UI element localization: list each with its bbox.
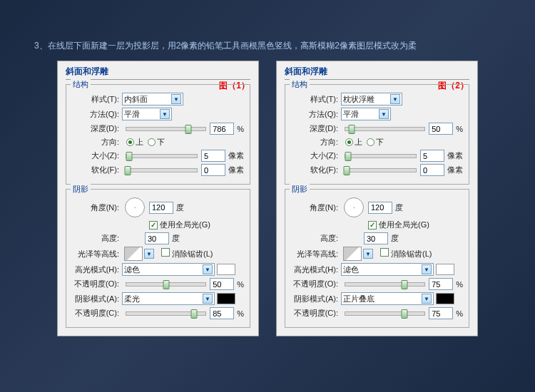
size-slider[interactable] — [126, 154, 198, 158]
opacity-label: 不透明度(O): — [290, 279, 341, 289]
gloss-contour[interactable] — [124, 247, 143, 261]
opacity-label: 不透明度(O): — [71, 279, 122, 289]
group-title: 结构 — [71, 79, 91, 90]
chevron-down-icon: ▼ — [379, 109, 389, 119]
shadow-group: 阴影 角度(N): · 度 ✓使用全局光(G) 高度: 度 光泽等高线: ▼ 消… — [285, 189, 469, 328]
opacity2-label: 不透明度(C): — [290, 308, 341, 319]
opacity2-input[interactable] — [429, 307, 453, 319]
panel-title: 斜面和浮雕 — [66, 66, 250, 80]
method-select[interactable]: 平滑▼ — [122, 108, 172, 120]
gloss-contour[interactable] — [343, 247, 362, 261]
angle-input[interactable] — [149, 202, 173, 214]
highlight-mode-select[interactable]: 滤色▼ — [122, 263, 215, 276]
depth-input[interactable] — [210, 123, 234, 135]
style-select[interactable]: 内斜面▼ — [122, 93, 183, 105]
bevel-panel-1: 斜面和浮雕 图（1） 结构 样式(T): 内斜面▼ 方法(Q): 平滑▼ 深度(… — [57, 61, 259, 336]
shadow-mode-label: 阴影模式(A): — [71, 294, 122, 304]
chevron-down-icon: ▼ — [422, 294, 432, 304]
style-label: 样式(T): — [290, 94, 341, 105]
group-title: 阴影 — [290, 184, 310, 195]
panel-title: 斜面和浮雕 — [285, 66, 469, 80]
opacity2-input[interactable] — [210, 307, 234, 319]
shadow-color-swatch[interactable] — [217, 293, 235, 304]
chevron-down-icon[interactable]: ▼ — [144, 249, 154, 259]
size-label: 大小(Z): — [71, 150, 122, 161]
antialias-check[interactable] — [161, 248, 170, 257]
altitude-label: 高度: — [71, 233, 122, 244]
angle-dial[interactable]: · — [344, 197, 364, 217]
altitude-input[interactable] — [145, 232, 169, 244]
structure-group: 结构 样式(T): 枕状浮雕▼ 方法(Q): 平滑▼ 深度(D): % 方向: … — [285, 84, 469, 185]
depth-label: 深度(D): — [71, 123, 122, 134]
soften-slider[interactable] — [345, 168, 417, 172]
soften-label: 软化(F): — [290, 165, 341, 175]
angle-label: 角度(N): — [71, 202, 122, 213]
shadow-group: 阴影 角度(N): · 度 ✓使用全局光(G) 高度: 度 光泽等高线: ▼ 消… — [66, 189, 250, 328]
highlight-mode-label: 高光模式(H): — [71, 264, 122, 275]
dir-up-radio[interactable] — [126, 138, 134, 146]
global-light-check[interactable]: ✓ — [149, 221, 158, 229]
method-label: 方法(Q): — [71, 109, 122, 120]
direction-label: 方向: — [290, 137, 341, 148]
depth-slider[interactable] — [345, 127, 425, 131]
opacity-input[interactable] — [210, 278, 234, 290]
structure-group: 结构 样式(T): 内斜面▼ 方法(Q): 平滑▼ 深度(D): % 方向: 上… — [66, 84, 250, 185]
opacity2-slider[interactable] — [126, 311, 206, 316]
size-label: 大小(Z): — [290, 150, 341, 161]
style-label: 样式(T): — [71, 94, 122, 105]
dir-down-radio[interactable] — [367, 138, 374, 146]
highlight-color-swatch[interactable] — [217, 264, 235, 275]
chevron-down-icon: ▼ — [203, 264, 213, 274]
chevron-down-icon: ▼ — [160, 109, 170, 119]
chevron-down-icon: ▼ — [203, 294, 213, 304]
gloss-label: 光泽等高线: — [71, 249, 122, 259]
chevron-down-icon: ▼ — [390, 94, 400, 104]
global-light-check[interactable]: ✓ — [368, 221, 377, 229]
soften-input[interactable] — [201, 164, 225, 176]
opacity-slider[interactable] — [126, 282, 206, 287]
gloss-label: 光泽等高线: — [290, 249, 341, 259]
dir-down-radio[interactable] — [148, 138, 156, 146]
instruction-text: 3、在线层下面新建一层为投影层，用2像素的铅笔工具画根黑色竖线，高斯模糊2像素图… — [0, 0, 535, 61]
dir-up-radio[interactable] — [345, 138, 353, 146]
group-title: 阴影 — [71, 184, 91, 195]
angle-dial[interactable]: · — [125, 197, 145, 217]
size-input[interactable] — [201, 150, 225, 162]
bevel-panel-2: 斜面和浮雕 图（2） 结构 样式(T): 枕状浮雕▼ 方法(Q): 平滑▼ 深度… — [276, 61, 478, 336]
depth-input[interactable] — [429, 123, 453, 135]
direction-label: 方向: — [71, 137, 122, 148]
size-slider[interactable] — [345, 154, 417, 158]
method-select[interactable]: 平滑▼ — [341, 108, 391, 120]
highlight-mode-select[interactable]: 滤色▼ — [341, 263, 434, 276]
shadow-mode-select[interactable]: 正片叠底▼ — [341, 292, 434, 305]
angle-input[interactable] — [368, 202, 392, 214]
opacity-input[interactable] — [429, 278, 453, 290]
shadow-color-swatch[interactable] — [436, 293, 454, 304]
highlight-mode-label: 高光模式(H): — [290, 264, 341, 275]
chevron-down-icon: ▼ — [422, 264, 432, 274]
shadow-mode-label: 阴影模式(A): — [290, 294, 341, 304]
chevron-down-icon[interactable]: ▼ — [363, 249, 373, 259]
soften-label: 软化(F): — [71, 165, 122, 175]
size-input[interactable] — [420, 150, 444, 162]
depth-slider[interactable] — [126, 127, 206, 131]
opacity2-label: 不透明度(C): — [71, 308, 122, 319]
altitude-label: 高度: — [290, 233, 341, 244]
shadow-mode-select[interactable]: 柔光▼ — [122, 292, 215, 305]
chevron-down-icon: ▼ — [171, 94, 181, 104]
depth-label: 深度(D): — [290, 123, 341, 134]
antialias-check[interactable] — [380, 248, 389, 257]
group-title: 结构 — [290, 79, 310, 90]
soften-input[interactable] — [420, 164, 444, 176]
method-label: 方法(Q): — [290, 109, 341, 120]
style-select[interactable]: 枕状浮雕▼ — [341, 93, 402, 105]
opacity2-slider[interactable] — [345, 311, 425, 316]
opacity-slider[interactable] — [345, 282, 425, 287]
altitude-input[interactable] — [364, 232, 388, 244]
highlight-color-swatch[interactable] — [436, 264, 454, 275]
soften-slider[interactable] — [126, 168, 198, 172]
angle-label: 角度(N): — [290, 202, 341, 213]
